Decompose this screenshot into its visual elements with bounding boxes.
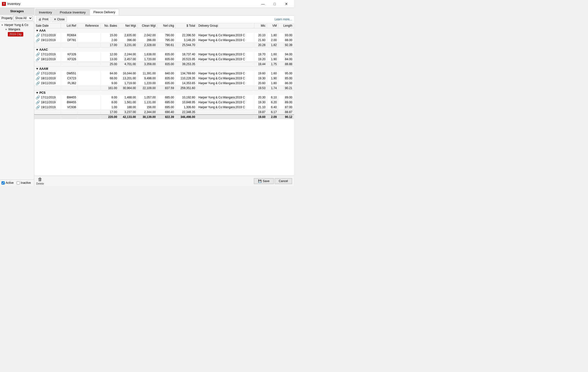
- content-area: Inventory Produce Inventory Fleece Deliv…: [34, 8, 294, 186]
- cell-netckg: 840.00: [157, 71, 176, 76]
- cell-cleanwgt: 286.00: [137, 38, 157, 43]
- tree-node-2019clip: 2019 Clip: [8, 32, 23, 36]
- tree-item-harper[interactable]: ▼ Harper Yung & Co: [0, 23, 34, 27]
- tab-bar: Inventory Produce Inventory Fleece Deliv…: [34, 8, 294, 16]
- cell-cleanwgt: 1,220.00: [137, 81, 157, 86]
- cell-length: 86.00: [278, 81, 294, 86]
- footer-bar: 🗑 Delete 💾 Save Cancel: [34, 176, 294, 186]
- cell-bales: 2.00: [100, 38, 119, 43]
- cell-netckg: 790.00: [157, 33, 176, 38]
- cell-vm: 6.20: [267, 100, 278, 105]
- cell-date: 🔗 19/11/2019: [34, 38, 61, 43]
- close-button[interactable]: ✕: [281, 0, 292, 8]
- cell-ref: [78, 105, 100, 110]
- cell-length: 85.00: [278, 76, 294, 81]
- cell-netwgt: 2,835.00: [119, 33, 137, 38]
- inactive-checkbox-label[interactable]: Inactive: [17, 181, 31, 185]
- cell-netwgt: 1,561.00: [119, 100, 137, 105]
- cell-vm: 1.90: [267, 57, 278, 62]
- col-delivery-group: Delivery Group: [197, 23, 254, 28]
- cell-netwgt: 1,488.00: [119, 95, 137, 100]
- link-icon[interactable]: 🔗: [36, 57, 40, 61]
- cell-netwgt: 13,201.00: [119, 76, 137, 81]
- subtotal-row: 17.00 3,237.00 2,344.00 690.40 22,348.35…: [34, 110, 294, 115]
- table-row: 🔗 17/11/2019 BM455 8.00 1,488.00 1,057.0…: [34, 95, 294, 100]
- tab-inventory[interactable]: Inventory: [35, 9, 56, 15]
- cell-deliverygroup: Harper Yung & Co:Wangara:2019 C: [197, 76, 254, 81]
- active-checkbox[interactable]: [1, 181, 5, 185]
- tree-item-2019clip[interactable]: 2019 Clip: [0, 32, 34, 37]
- cell-lotref: BM455: [61, 95, 78, 100]
- link-icon[interactable]: 🔗: [36, 100, 40, 104]
- save-button[interactable]: 💾 Save: [254, 178, 273, 184]
- col-total: $ Total: [176, 23, 197, 28]
- cell-lotref: RD664: [61, 33, 78, 38]
- link-icon[interactable]: 🔗: [36, 76, 40, 80]
- cell-total: 18,737.40: [176, 52, 197, 57]
- inactive-label: Inactive: [21, 181, 31, 185]
- title-bar-left: X Inventory: [2, 2, 20, 6]
- table-row: 🔗 19/11/2019 PL362 9.00 1,719.00 1,220.0…: [34, 81, 294, 86]
- cell-bales: 9.00: [100, 81, 119, 86]
- print-button[interactable]: 🖨 Print: [36, 17, 51, 22]
- table-row: 🔗 19/11/2019 DF781 2.00 396.00 286.00 79…: [34, 38, 294, 43]
- cell-vm: 6.40: [267, 105, 278, 110]
- link-icon[interactable]: 🔗: [36, 52, 40, 56]
- tab-fleece[interactable]: Fleece Delivery: [90, 9, 119, 15]
- group-header-aaam: ▼ AAAM: [34, 67, 294, 71]
- link-icon[interactable]: 🔗: [36, 81, 40, 85]
- cell-bales: 68.00: [100, 76, 119, 81]
- fleece-delivery-table: Sale Date Lot Ref Reference No. Bales Ne…: [34, 23, 294, 119]
- grand-total-row: 220.00 42,133.00 30,139.00 822.39 346,49…: [34, 115, 294, 119]
- cell-date: 🔗 17/11/2019: [34, 71, 61, 76]
- cell-mic: 19.20: [254, 57, 267, 62]
- tab-produce[interactable]: Produce Inventory: [56, 9, 89, 15]
- cell-date: 🔗 18/11/2019: [34, 57, 61, 62]
- cancel-button[interactable]: Cancel: [275, 178, 292, 184]
- cell-date: 🔗 18/11/2019: [34, 100, 61, 105]
- link-icon[interactable]: 🔗: [36, 38, 40, 42]
- link-icon[interactable]: 🔗: [36, 71, 40, 75]
- tree-item-wangara[interactable]: ▼ Wangara: [0, 27, 34, 32]
- link-icon[interactable]: 🔗: [36, 105, 40, 109]
- cell-cleanwgt: 1,057.00: [137, 95, 157, 100]
- col-length: Length: [278, 23, 294, 28]
- cell-netckg: 695.00: [157, 100, 176, 105]
- group-header-aaac: ▼ AAAC: [34, 47, 294, 52]
- cell-netckg: 835.00: [157, 52, 176, 57]
- cell-mic: 21.10: [254, 105, 267, 110]
- link-icon[interactable]: 🔗: [36, 95, 40, 99]
- cell-ref: [78, 76, 100, 81]
- link-icon[interactable]: 🔗: [36, 33, 40, 37]
- minimize-button[interactable]: —: [257, 0, 269, 8]
- cell-vm: 1.60: [267, 71, 278, 76]
- sidebar-property-row: Property Show All: [0, 15, 34, 22]
- col-net-ckg: Net c/kg: [157, 23, 176, 28]
- cell-netwgt: 1,719.00: [119, 81, 137, 86]
- inactive-checkbox[interactable]: [17, 181, 20, 185]
- cell-mic: 19.60: [254, 71, 267, 76]
- cell-total: 10,848.95: [176, 100, 197, 105]
- cell-lotref: BM455: [61, 100, 78, 105]
- close-toolbar-button[interactable]: ✕ Close: [52, 17, 67, 22]
- cell-netckg: 835.00: [157, 57, 176, 62]
- cell-length: 95.00: [278, 71, 294, 76]
- cell-netckg: 835.00: [157, 81, 176, 86]
- cell-cleanwgt: 1,720.00: [137, 57, 157, 62]
- cell-netckg: 685.00: [157, 95, 176, 100]
- cell-mic: 21.60: [254, 38, 267, 43]
- property-select[interactable]: Show All: [13, 16, 33, 21]
- maximize-button[interactable]: □: [269, 0, 280, 8]
- close-x-icon: ✕: [54, 18, 56, 21]
- cell-bales: 8.00: [100, 95, 119, 100]
- cell-bales: 13.00: [100, 57, 119, 62]
- cell-ref: [78, 38, 100, 43]
- subtotal-row: 161.00 30,964.00 22,109.00 837.59 259,35…: [34, 86, 294, 91]
- cell-ref: [78, 95, 100, 100]
- cell-bales: 12.00: [100, 52, 119, 57]
- active-checkbox-label[interactable]: Active: [1, 181, 14, 185]
- cell-date: 🔗 17/11/2019: [34, 95, 61, 100]
- learn-more-link[interactable]: Learn more...: [275, 18, 292, 21]
- cell-vm: 1.60: [267, 52, 278, 57]
- delete-button[interactable]: 🗑 Delete: [36, 177, 44, 185]
